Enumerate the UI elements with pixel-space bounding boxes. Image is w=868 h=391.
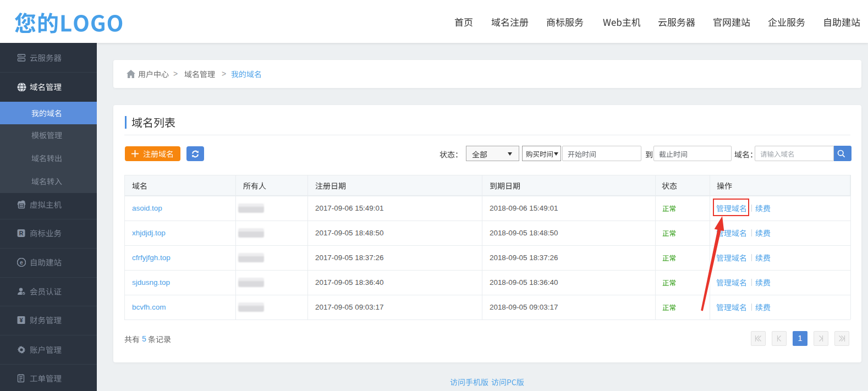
svg-text:R: R (19, 230, 24, 236)
svg-text:e: e (20, 259, 23, 266)
svg-text:¥: ¥ (19, 317, 23, 323)
